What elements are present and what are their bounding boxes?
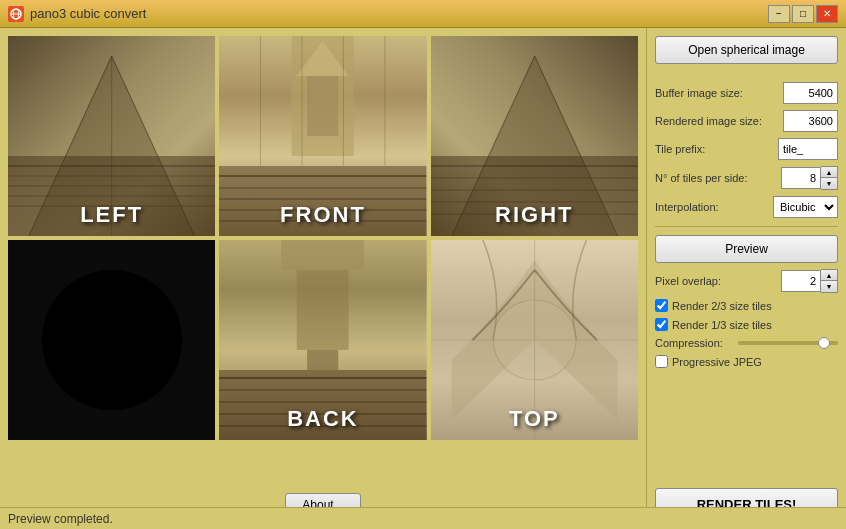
interpolation-label: Interpolation: xyxy=(655,201,769,213)
pixel-overlap-spinner: ▲ ▼ xyxy=(781,269,838,293)
progressive-jpeg-checkbox[interactable] xyxy=(655,355,668,368)
title-bar: pano3 cubic convert − □ ✕ xyxy=(0,0,846,28)
title-bar-left: pano3 cubic convert xyxy=(8,6,146,22)
svg-rect-17 xyxy=(307,76,338,136)
right-panel: Open spherical image Buffer image size: … xyxy=(646,28,846,529)
image-grid: LEFT xyxy=(8,36,638,485)
main-content: LEFT xyxy=(0,28,846,529)
svg-rect-41 xyxy=(307,350,338,370)
tile-prefix-label: Tile prefix: xyxy=(655,143,774,155)
status-text: Preview completed. xyxy=(8,512,113,526)
tiles-per-side-up-button[interactable]: ▲ xyxy=(821,167,837,178)
compression-label: Compression: xyxy=(655,337,730,349)
tiles-per-side-down-button[interactable]: ▼ xyxy=(821,178,837,189)
close-button[interactable]: ✕ xyxy=(816,5,838,23)
tile-prefix-input[interactable] xyxy=(778,138,838,160)
divider-1 xyxy=(655,226,838,227)
tiles-per-side-label: N° of tiles per side: xyxy=(655,172,777,184)
image-label-left: LEFT xyxy=(80,202,143,228)
buffer-image-size-input[interactable] xyxy=(783,82,838,104)
interpolation-select[interactable]: Bicubic Bilinear Nearest xyxy=(773,196,838,218)
render-13-row: Render 1/3 size tiles xyxy=(655,318,838,331)
image-cell-back: BACK xyxy=(219,240,426,440)
image-cell-bottom xyxy=(8,240,215,440)
black-circle xyxy=(42,270,182,410)
preview-button[interactable]: Preview xyxy=(655,235,838,263)
image-area: LEFT xyxy=(0,28,646,529)
pixel-overlap-input[interactable] xyxy=(781,270,821,292)
svg-rect-40 xyxy=(297,270,349,350)
tiles-per-side-row: N° of tiles per side: ▲ ▼ xyxy=(655,166,838,190)
open-spherical-image-button[interactable]: Open spherical image xyxy=(655,36,838,64)
image-cell-top: TOP xyxy=(431,240,638,440)
interpolation-row: Interpolation: Bicubic Bilinear Nearest xyxy=(655,196,838,218)
image-label-top: TOP xyxy=(509,406,560,432)
render-23-label[interactable]: Render 2/3 size tiles xyxy=(672,300,772,312)
render-13-label[interactable]: Render 1/3 size tiles xyxy=(672,319,772,331)
app-icon xyxy=(8,6,24,22)
rendered-image-size-input[interactable] xyxy=(783,110,838,132)
image-label-right: RIGHT xyxy=(495,202,573,228)
tiles-per-side-spinner: ▲ ▼ xyxy=(781,166,838,190)
compression-slider-thumb[interactable] xyxy=(818,337,830,349)
status-bar: Preview completed. xyxy=(0,507,846,529)
image-cell-front: FRONT xyxy=(219,36,426,236)
rendered-image-size-label: Rendered image size: xyxy=(655,115,779,127)
compression-row: Compression: xyxy=(655,337,838,349)
compression-slider-track xyxy=(738,341,838,345)
pixel-overlap-label: Pixel overlap: xyxy=(655,275,777,287)
title-bar-controls: − □ ✕ xyxy=(768,5,838,23)
minimize-button[interactable]: − xyxy=(768,5,790,23)
church-bottom-bg xyxy=(8,240,215,440)
buffer-image-size-row: Buffer image size: xyxy=(655,82,838,104)
progressive-jpeg-row: Progressive JPEG xyxy=(655,355,838,368)
image-cell-right: RIGHT xyxy=(431,36,638,236)
tiles-per-side-input[interactable] xyxy=(781,167,821,189)
tiles-per-side-spinner-btns: ▲ ▼ xyxy=(821,166,838,190)
render-23-checkbox[interactable] xyxy=(655,299,668,312)
interpolation-select-group: Bicubic Bilinear Nearest xyxy=(773,196,838,218)
image-cell-left: LEFT xyxy=(8,36,215,236)
window-title: pano3 cubic convert xyxy=(30,6,146,21)
tile-prefix-row: Tile prefix: xyxy=(655,138,838,160)
svg-rect-39 xyxy=(282,240,365,270)
maximize-button[interactable]: □ xyxy=(792,5,814,23)
pixel-overlap-row: Pixel overlap: ▲ ▼ xyxy=(655,269,838,293)
pixel-overlap-down-button[interactable]: ▼ xyxy=(821,281,837,292)
buffer-image-size-label: Buffer image size: xyxy=(655,87,779,99)
pixel-overlap-up-button[interactable]: ▲ xyxy=(821,270,837,281)
rendered-image-size-row: Rendered image size: xyxy=(655,110,838,132)
render-13-checkbox[interactable] xyxy=(655,318,668,331)
image-label-front: FRONT xyxy=(280,202,366,228)
image-label-back: BACK xyxy=(287,406,359,432)
pixel-overlap-spinner-btns: ▲ ▼ xyxy=(821,269,838,293)
render-23-row: Render 2/3 size tiles xyxy=(655,299,838,312)
progressive-jpeg-label[interactable]: Progressive JPEG xyxy=(672,356,762,368)
